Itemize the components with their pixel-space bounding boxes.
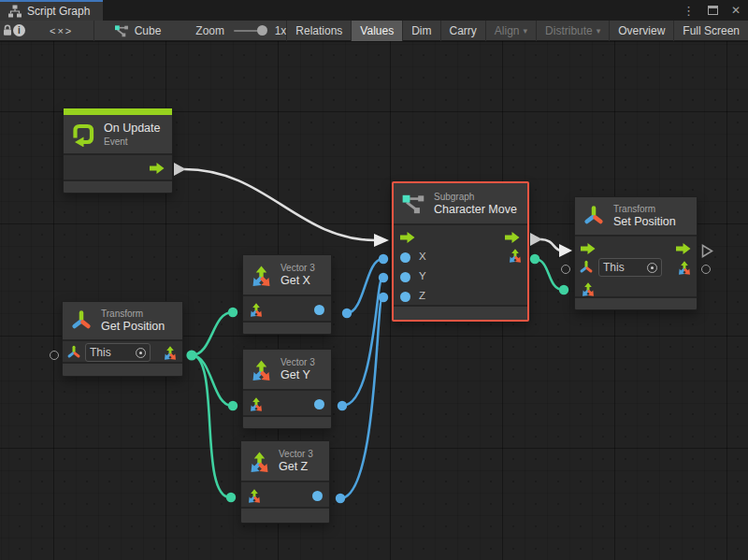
target-field[interactable]: This xyxy=(85,343,151,362)
window-controls: ⋮ ✕ xyxy=(683,0,748,21)
event-accent-strip xyxy=(64,108,172,115)
overview-label: Overview xyxy=(618,24,665,37)
fullscreen-button[interactable]: Full Screen xyxy=(673,21,748,41)
node-category: Vector 3 xyxy=(280,262,315,274)
inspect-button[interactable]: i xyxy=(13,21,25,41)
zoom-slider[interactable] xyxy=(234,30,266,32)
carry-button[interactable]: Carry xyxy=(440,21,485,41)
node-set-position[interactable]: Transform Set Position This xyxy=(574,196,698,310)
node-title: Get Position xyxy=(101,320,165,334)
unconnected-control-output-marker[interactable] xyxy=(701,244,713,258)
node-ports: X Y Z xyxy=(394,225,527,307)
node-ports xyxy=(243,391,331,417)
node-title: Character Move xyxy=(434,203,517,217)
control-input-port[interactable] xyxy=(581,243,596,254)
vector3-input-port[interactable] xyxy=(248,301,265,318)
unconnected-output-marker-set-position-value[interactable] xyxy=(701,265,711,274)
node-title: Set Position xyxy=(613,215,676,229)
dim-label: Dim xyxy=(411,24,431,37)
control-output-port[interactable] xyxy=(676,243,691,254)
vector3-input-port[interactable] xyxy=(580,280,597,297)
control-output-port[interactable] xyxy=(505,232,520,243)
node-get-position[interactable]: Transform Get Position This xyxy=(62,301,183,377)
node-get-z[interactable]: Vector 3 Get Z xyxy=(240,440,330,524)
transform-input-icon xyxy=(66,345,81,360)
tab-script-graph[interactable]: Script Graph xyxy=(0,0,103,21)
menu-kebab-icon[interactable]: ⋮ xyxy=(683,5,695,17)
lock-button[interactable] xyxy=(2,21,13,41)
transform-icon xyxy=(583,205,605,227)
node-subtitle: Event xyxy=(104,136,160,148)
values-button[interactable]: Values xyxy=(351,21,402,41)
fullscreen-label: Full Screen xyxy=(683,24,740,37)
node-get-y[interactable]: Vector 3 Get Y xyxy=(242,349,332,429)
control-input-port[interactable] xyxy=(400,232,415,243)
target-field[interactable]: This xyxy=(598,258,662,277)
node-footer xyxy=(241,509,329,518)
vector3-output-port[interactable] xyxy=(676,259,693,276)
graph-icon xyxy=(8,5,22,18)
control-output-port[interactable] xyxy=(150,163,165,174)
target-object-button[interactable]: Cube xyxy=(106,21,170,41)
values-label: Values xyxy=(360,24,394,37)
node-footer xyxy=(575,298,697,306)
vector3-icon xyxy=(247,449,272,474)
node-category: Vector 3 xyxy=(279,448,313,460)
node-character-move[interactable]: Subgraph Character Move X Y Z xyxy=(392,181,529,322)
node-title: Get Y xyxy=(280,368,315,382)
vector3-icon xyxy=(249,357,274,382)
node-title: On Update xyxy=(104,122,160,136)
vector3-output-port[interactable] xyxy=(507,247,524,264)
node-header: On Update Event xyxy=(64,115,172,155)
node-category: Subgraph xyxy=(434,191,517,203)
maximize-icon[interactable] xyxy=(708,6,718,15)
zoom-slider-knob[interactable] xyxy=(257,25,267,36)
unconnected-input-marker-set-position-target[interactable] xyxy=(561,265,570,274)
node-ports xyxy=(243,296,331,323)
node-category: Transform xyxy=(101,308,165,320)
object-picker-icon[interactable] xyxy=(136,348,146,358)
vector3-icon xyxy=(249,263,274,288)
target-field-value: This xyxy=(90,346,136,359)
input-port-x[interactable] xyxy=(400,252,410,263)
zoom-label: Zoom xyxy=(195,24,224,37)
unconnected-input-marker-get-position[interactable] xyxy=(50,351,59,360)
node-ports: This xyxy=(63,341,182,364)
dim-button[interactable]: Dim xyxy=(402,21,439,41)
node-on-update[interactable]: On Update Event xyxy=(63,108,173,194)
object-picker-icon[interactable] xyxy=(647,263,657,273)
close-icon[interactable]: ✕ xyxy=(731,5,741,16)
node-header: Transform Get Position xyxy=(63,302,182,341)
tab-title: Script Graph xyxy=(27,5,90,18)
node-title: Get X xyxy=(280,274,315,288)
distribute-dropdown[interactable]: Distribute▾ xyxy=(536,21,609,41)
distribute-label: Distribute xyxy=(545,24,593,37)
transform-input-icon xyxy=(579,260,594,275)
value-output-port[interactable] xyxy=(314,305,324,315)
node-ports: This xyxy=(575,237,697,298)
input-label-z: Z xyxy=(419,290,425,301)
info-icon: i xyxy=(13,24,25,36)
vector3-input-port[interactable] xyxy=(248,395,265,412)
input-port-z[interactable] xyxy=(400,292,410,302)
node-header: Vector 3 Get Y xyxy=(243,350,331,391)
node-header: Transform Set Position xyxy=(575,197,697,237)
getposition-output-wire-dot[interactable] xyxy=(186,350,196,360)
relations-button[interactable]: Relations xyxy=(286,21,351,41)
node-footer xyxy=(63,364,182,372)
node-header: Vector 3 Get X xyxy=(243,255,331,296)
node-footer xyxy=(243,417,331,424)
chevron-down-icon: ▾ xyxy=(524,26,528,36)
edit-script-button[interactable]: <×> xyxy=(50,21,73,41)
align-dropdown[interactable]: Align▾ xyxy=(485,21,536,41)
node-get-x[interactable]: Vector 3 Get X xyxy=(242,254,332,335)
vector3-output-port[interactable] xyxy=(162,344,179,361)
overview-button[interactable]: Overview xyxy=(609,21,673,41)
node-header: Subgraph Character Move xyxy=(394,183,527,225)
value-output-port[interactable] xyxy=(312,491,323,501)
value-output-port[interactable] xyxy=(314,399,324,409)
subgraph-icon xyxy=(401,192,425,216)
input-port-y[interactable] xyxy=(400,272,410,282)
vector3-input-port[interactable] xyxy=(246,487,263,504)
relations-label: Relations xyxy=(295,24,342,37)
